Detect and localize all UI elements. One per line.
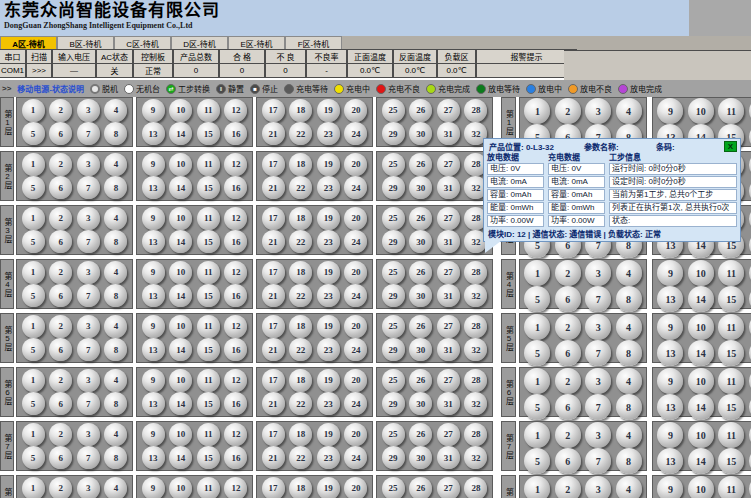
battery-cell-19[interactable]: 19 bbox=[317, 207, 340, 230]
battery-cell-4[interactable]: 4 bbox=[104, 153, 127, 176]
battery-cell-24[interactable]: 24 bbox=[344, 338, 367, 361]
battery-cell-3[interactable]: 3 bbox=[585, 476, 611, 498]
battery-cell-15[interactable]: 15 bbox=[197, 230, 220, 253]
battery-cell-8[interactable]: 8 bbox=[104, 230, 127, 253]
battery-cell-20[interactable]: 20 bbox=[344, 423, 367, 446]
battery-cell-11[interactable]: 11 bbox=[197, 477, 220, 498]
battery-cell-17[interactable]: 17 bbox=[262, 369, 285, 392]
battery-cell-32[interactable]: 32 bbox=[464, 392, 487, 415]
battery-cell-21[interactable]: 21 bbox=[262, 338, 285, 361]
battery-cell-5[interactable]: 5 bbox=[22, 284, 45, 307]
battery-cell-6[interactable]: 6 bbox=[555, 394, 581, 420]
battery-cell-28[interactable]: 28 bbox=[464, 315, 487, 338]
battery-cell-8[interactable]: 8 bbox=[616, 448, 642, 474]
battery-cell-1[interactable]: 1 bbox=[22, 315, 45, 338]
battery-cell-12[interactable]: 12 bbox=[224, 153, 247, 176]
battery-cell-11[interactable]: 11 bbox=[718, 368, 744, 394]
battery-cell-14[interactable]: 14 bbox=[688, 448, 714, 474]
battery-cell-6[interactable]: 6 bbox=[49, 176, 72, 199]
battery-cell-23[interactable]: 23 bbox=[317, 284, 340, 307]
battery-cell-12[interactable]: 12 bbox=[224, 477, 247, 498]
battery-cell-9[interactable]: 9 bbox=[142, 99, 165, 122]
battery-cell-1[interactable]: 1 bbox=[524, 98, 550, 124]
battery-cell-24[interactable]: 24 bbox=[344, 122, 367, 145]
battery-cell-17[interactable]: 17 bbox=[262, 153, 285, 176]
battery-cell-3[interactable]: 3 bbox=[585, 260, 611, 286]
battery-cell-25[interactable]: 25 bbox=[382, 261, 405, 284]
battery-cell-10[interactable]: 10 bbox=[688, 368, 714, 394]
battery-cell-2[interactable]: 2 bbox=[49, 99, 72, 122]
battery-cell-19[interactable]: 19 bbox=[317, 423, 340, 446]
battery-cell-11[interactable]: 11 bbox=[718, 98, 744, 124]
battery-cell-22[interactable]: 22 bbox=[289, 284, 312, 307]
battery-cell-8[interactable]: 8 bbox=[616, 286, 642, 312]
battery-cell-20[interactable]: 20 bbox=[344, 99, 367, 122]
battery-cell-24[interactable]: 24 bbox=[344, 230, 367, 253]
battery-cell-10[interactable]: 10 bbox=[169, 315, 192, 338]
battery-cell-10[interactable]: 10 bbox=[169, 207, 192, 230]
battery-cell-18[interactable]: 18 bbox=[289, 99, 312, 122]
tab-zone-4[interactable]: E区-待机 bbox=[228, 36, 285, 50]
battery-cell-11[interactable]: 11 bbox=[718, 314, 744, 340]
battery-cell-25[interactable]: 25 bbox=[382, 315, 405, 338]
battery-cell-21[interactable]: 21 bbox=[262, 392, 285, 415]
battery-cell-9[interactable]: 9 bbox=[657, 260, 683, 286]
battery-cell-26[interactable]: 26 bbox=[409, 261, 432, 284]
battery-cell-4[interactable]: 4 bbox=[616, 98, 642, 124]
battery-cell-1[interactable]: 1 bbox=[524, 368, 550, 394]
battery-cell-5[interactable]: 5 bbox=[524, 448, 550, 474]
battery-cell-16[interactable]: 16 bbox=[224, 338, 247, 361]
battery-cell-2[interactable]: 2 bbox=[555, 260, 581, 286]
battery-cell-11[interactable]: 11 bbox=[197, 99, 220, 122]
battery-cell-10[interactable]: 10 bbox=[688, 476, 714, 498]
battery-cell-3[interactable]: 3 bbox=[585, 422, 611, 448]
battery-cell-13[interactable]: 13 bbox=[142, 392, 165, 415]
battery-cell-5[interactable]: 5 bbox=[22, 122, 45, 145]
battery-cell-2[interactable]: 2 bbox=[49, 369, 72, 392]
battery-cell-4[interactable]: 4 bbox=[104, 477, 127, 498]
battery-cell-20[interactable]: 20 bbox=[344, 369, 367, 392]
battery-cell-3[interactable]: 3 bbox=[77, 99, 100, 122]
tab-zone-3[interactable]: D区-待机 bbox=[171, 36, 228, 50]
battery-cell-24[interactable]: 24 bbox=[344, 284, 367, 307]
battery-cell-21[interactable]: 21 bbox=[262, 446, 285, 469]
battery-cell-21[interactable]: 21 bbox=[262, 122, 285, 145]
battery-cell-9[interactable]: 9 bbox=[657, 422, 683, 448]
battery-cell-15[interactable]: 15 bbox=[718, 448, 744, 474]
battery-cell-28[interactable]: 28 bbox=[464, 369, 487, 392]
battery-cell-29[interactable]: 29 bbox=[382, 284, 405, 307]
battery-cell-27[interactable]: 27 bbox=[437, 99, 460, 122]
battery-cell-2[interactable]: 2 bbox=[555, 476, 581, 498]
battery-cell-5[interactable]: 5 bbox=[22, 230, 45, 253]
battery-cell-11[interactable]: 11 bbox=[718, 476, 744, 498]
battery-cell-19[interactable]: 19 bbox=[317, 99, 340, 122]
battery-cell-26[interactable]: 26 bbox=[409, 423, 432, 446]
battery-cell-15[interactable]: 15 bbox=[197, 446, 220, 469]
battery-cell-24[interactable]: 24 bbox=[344, 392, 367, 415]
battery-cell-7[interactable]: 7 bbox=[77, 176, 100, 199]
battery-cell-4[interactable]: 4 bbox=[104, 369, 127, 392]
battery-cell-3[interactable]: 3 bbox=[77, 315, 100, 338]
battery-cell-8[interactable]: 8 bbox=[104, 338, 127, 361]
battery-cell-13[interactable]: 13 bbox=[142, 338, 165, 361]
battery-cell-10[interactable]: 10 bbox=[688, 260, 714, 286]
battery-cell-17[interactable]: 17 bbox=[262, 423, 285, 446]
battery-cell-4[interactable]: 4 bbox=[104, 423, 127, 446]
battery-cell-8[interactable]: 8 bbox=[104, 392, 127, 415]
battery-cell-12[interactable]: 12 bbox=[224, 423, 247, 446]
battery-cell-14[interactable]: 14 bbox=[169, 284, 192, 307]
battery-cell-6[interactable]: 6 bbox=[49, 230, 72, 253]
battery-cell-10[interactable]: 10 bbox=[688, 98, 714, 124]
battery-cell-11[interactable]: 11 bbox=[197, 369, 220, 392]
battery-cell-12[interactable]: 12 bbox=[224, 261, 247, 284]
battery-cell-27[interactable]: 27 bbox=[437, 423, 460, 446]
battery-cell-1[interactable]: 1 bbox=[22, 477, 45, 498]
battery-cell-25[interactable]: 25 bbox=[382, 423, 405, 446]
battery-cell-22[interactable]: 22 bbox=[289, 392, 312, 415]
battery-cell-30[interactable]: 30 bbox=[409, 230, 432, 253]
battery-cell-16[interactable]: 16 bbox=[224, 446, 247, 469]
battery-cell-6[interactable]: 6 bbox=[49, 338, 72, 361]
battery-cell-2[interactable]: 2 bbox=[49, 261, 72, 284]
battery-cell-7[interactable]: 7 bbox=[585, 286, 611, 312]
battery-cell-5[interactable]: 5 bbox=[524, 286, 550, 312]
